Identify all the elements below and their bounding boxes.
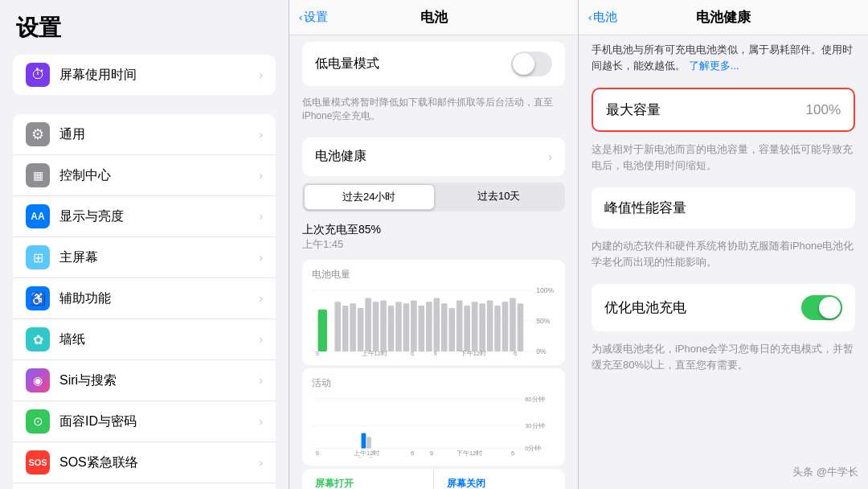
battery-chart-svg: 100% 50% 0% bbox=[312, 285, 555, 357]
optimized-row[interactable]: 优化电池充电 bbox=[592, 284, 855, 331]
svg-text:上午12时: 上午12时 bbox=[362, 349, 387, 356]
screen-time-label: 屏幕使用时间 bbox=[59, 67, 259, 84]
siri-label: Siri与搜索 bbox=[59, 372, 259, 389]
svg-rect-45 bbox=[366, 437, 371, 448]
svg-rect-25 bbox=[472, 302, 478, 351]
svg-rect-13 bbox=[380, 300, 387, 351]
screen-time-section: 屏幕打开 13分钟 屏幕关闭 0分钟 bbox=[302, 469, 565, 489]
charge-info: 上次充电至85% 上午1:45 bbox=[289, 218, 578, 257]
svg-rect-9 bbox=[350, 303, 356, 351]
settings-item-siri[interactable]: ◉ Siri与搜索 › bbox=[13, 360, 276, 401]
svg-rect-24 bbox=[464, 306, 470, 351]
health-nav-title: 电池健康 bbox=[696, 8, 751, 27]
sos-icon: SOS bbox=[26, 450, 50, 475]
battery-health-panel: ‹ 电池 电池健康 手机电池与所有可充电电池类似，属于易耗部件。使用时间越长，能… bbox=[579, 0, 868, 489]
settings-item-accessibility[interactable]: ♿ 辅助功能 › bbox=[13, 278, 276, 319]
max-capacity-desc: 这是相对于新电池而言的电池容量，容量较低可能导致充电后，电池使用时间缩短。 bbox=[579, 137, 868, 183]
svg-rect-11 bbox=[365, 298, 371, 351]
settings-item-general[interactable]: ⚙ 通用 › bbox=[13, 114, 276, 155]
battery-content[interactable]: 低电量模式 低电量模式将暂时降低如下载和邮件抓取等后台活动，直至iPhone完全… bbox=[289, 35, 578, 489]
health-nav: ‹ 电池 电池健康 bbox=[579, 0, 868, 35]
last-charge-label: 上次充电至85% bbox=[302, 223, 565, 237]
battery-nav-back[interactable]: ‹ 设置 bbox=[299, 10, 328, 25]
settings-item-wallpaper[interactable]: ✿ 墙纸 › bbox=[13, 319, 276, 360]
tab-10days[interactable]: 过去10天 bbox=[435, 184, 564, 210]
battery-chart: 电池电量 100% 50% 0% bbox=[302, 260, 565, 365]
screen-on-label: 屏幕打开 bbox=[315, 477, 420, 489]
max-capacity-label: 最大容量 bbox=[606, 101, 806, 119]
svg-text:9: 9 bbox=[434, 349, 437, 356]
back-chevron-icon: ‹ bbox=[299, 11, 302, 23]
svg-rect-15 bbox=[395, 302, 402, 351]
svg-rect-12 bbox=[373, 302, 379, 351]
display-icon: AA bbox=[26, 204, 50, 228]
health-content[interactable]: 手机电池与所有可充电电池类似，属于易耗部件。使用时间越长，能效越低。 了解更多.… bbox=[579, 35, 868, 489]
battery-health-chevron: › bbox=[548, 150, 552, 163]
screen-off-item: 屏幕关闭 0分钟 bbox=[434, 469, 565, 489]
settings-item-homescreen[interactable]: ⊞ 主屏幕 › bbox=[13, 237, 276, 278]
svg-rect-20 bbox=[434, 298, 440, 351]
faceid-icon: ⊙ bbox=[26, 409, 50, 434]
low-power-row[interactable]: 低电量模式 bbox=[302, 42, 565, 86]
svg-text:6: 6 bbox=[411, 450, 414, 457]
optimized-label: 优化电池充电 bbox=[604, 298, 801, 317]
settings-item-control[interactable]: ▦ 控制中心 › bbox=[13, 155, 276, 196]
battery-back-label: 设置 bbox=[304, 10, 328, 25]
control-label: 控制中心 bbox=[59, 167, 259, 184]
battery-nav: ‹ 设置 电池 bbox=[289, 0, 578, 35]
svg-rect-7 bbox=[334, 302, 341, 351]
svg-rect-17 bbox=[411, 300, 417, 351]
svg-text:下午12时: 下午12时 bbox=[461, 349, 486, 356]
settings-item-sos[interactable]: SOS SOS紧急联络 › bbox=[13, 442, 276, 483]
svg-text:6: 6 bbox=[511, 450, 514, 457]
svg-rect-31 bbox=[518, 303, 524, 351]
settings-scroll[interactable]: ⏱ 屏幕使用时间 › ⚙ 通用 › ▦ 控制中心 › AA 显示与亮度 bbox=[0, 50, 289, 489]
svg-rect-44 bbox=[362, 433, 366, 448]
health-back-label: 电池 bbox=[593, 10, 617, 25]
svg-text:0分钟: 0分钟 bbox=[525, 445, 541, 452]
optimized-section: 优化电池充电 bbox=[592, 284, 855, 331]
svg-text:0%: 0% bbox=[536, 347, 547, 355]
wallpaper-label: 墙纸 bbox=[59, 331, 259, 348]
svg-rect-29 bbox=[502, 302, 509, 351]
max-capacity-row[interactable]: 最大容量 100% bbox=[593, 89, 854, 130]
control-icon: ▦ bbox=[26, 163, 50, 187]
wallpaper-icon: ✿ bbox=[26, 327, 50, 351]
activity-svg: 60分钟 30分钟 0分钟 9 上午12时 6 9 下午12时 bbox=[312, 393, 555, 458]
settings-item-screen-time[interactable]: ⏱ 屏幕使用时间 › bbox=[13, 55, 276, 95]
svg-text:60分钟: 60分钟 bbox=[525, 395, 544, 402]
screen-time-chevron: › bbox=[259, 68, 263, 81]
svg-rect-30 bbox=[510, 298, 516, 351]
settings-item-exposure[interactable]: ☀ 暴露通知 › bbox=[13, 483, 276, 489]
svg-rect-26 bbox=[479, 303, 485, 351]
display-label: 显示与亮度 bbox=[59, 208, 259, 225]
general-label: 通用 bbox=[59, 126, 259, 143]
settings-group-2: ⚙ 通用 › ▦ 控制中心 › AA 显示与亮度 › ⊞ 主屏幕 › bbox=[13, 114, 276, 489]
battery-panel: ‹ 设置 电池 低电量模式 低电量模式将暂时降低如下载和邮件抓取等后台活动，直至… bbox=[289, 0, 579, 489]
svg-rect-16 bbox=[403, 303, 410, 351]
settings-group-1: ⏱ 屏幕使用时间 › bbox=[13, 55, 276, 95]
settings-item-display[interactable]: AA 显示与亮度 › bbox=[13, 196, 276, 237]
health-nav-back[interactable]: ‹ 电池 bbox=[588, 10, 617, 25]
screen-on-item: 屏幕打开 13分钟 bbox=[302, 469, 434, 489]
battery-health-row[interactable]: 电池健康 › bbox=[302, 138, 565, 176]
settings-item-faceid[interactable]: ⊙ 面容ID与密码 › bbox=[13, 401, 276, 442]
svg-rect-18 bbox=[419, 306, 425, 351]
time-tab-selector[interactable]: 过去24小时 过去10天 bbox=[302, 183, 565, 212]
battery-chart-area: 100% 50% 0% bbox=[312, 285, 555, 357]
low-power-toggle[interactable] bbox=[511, 51, 552, 76]
group-divider-1 bbox=[0, 100, 289, 109]
peak-row[interactable]: 峰值性能容量 bbox=[592, 187, 855, 228]
last-charge-time: 上午1:45 bbox=[302, 237, 565, 252]
svg-rect-8 bbox=[342, 306, 349, 351]
accessibility-icon: ♿ bbox=[26, 286, 50, 310]
learn-more-link[interactable]: 了解更多... bbox=[689, 60, 739, 72]
homescreen-icon: ⊞ bbox=[26, 245, 50, 269]
svg-text:9: 9 bbox=[430, 450, 433, 457]
svg-rect-21 bbox=[441, 303, 448, 351]
screen-off-label: 屏幕关闭 bbox=[447, 477, 552, 489]
tab-24h[interactable]: 过去24小时 bbox=[304, 184, 435, 210]
optimized-toggle[interactable] bbox=[801, 295, 842, 320]
activity-area: 60分钟 30分钟 0分钟 9 上午12时 6 9 下午12时 bbox=[312, 393, 555, 458]
sos-label: SOS紧急联络 bbox=[59, 454, 259, 471]
